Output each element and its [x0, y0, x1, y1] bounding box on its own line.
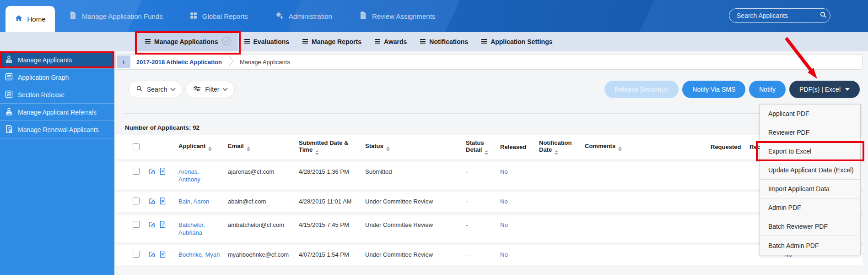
select-all-checkbox[interactable] [133, 143, 140, 150]
cell-requested [707, 192, 746, 203]
hamburger-icon [302, 38, 308, 45]
table-row: Boehnke, Myah myahboehnke@cf.com 4/07/20… [115, 245, 863, 265]
applicants-count: Number of Applicants: 92 [125, 124, 199, 131]
cell-status-detail: - [462, 162, 496, 181]
column-header-status[interactable]: Status [361, 140, 462, 154]
applicant-name-link[interactable]: Boehnke, Myah [178, 251, 220, 258]
secondary-item-application-settings[interactable]: Application Settings [474, 32, 559, 51]
edit-icon[interactable] [149, 198, 156, 206]
column-header-notification-date[interactable]: Notification Date [535, 137, 581, 158]
menu-item[interactable]: Admin PDF [760, 198, 860, 217]
cell-status: Under Committee Review [361, 215, 462, 234]
row-checkbox[interactable] [133, 251, 140, 258]
secondary-item-manage-applications[interactable]: Manage Applications [138, 32, 237, 51]
document-icon[interactable] [160, 221, 166, 230]
menu-item[interactable]: Reviewer PDF [760, 123, 860, 142]
cell-comments [581, 192, 707, 203]
breadcrumb-program[interactable]: 2017-2018 Athletic Application [136, 59, 222, 66]
breadcrumb-page: Manage Applicants [240, 59, 290, 66]
secondary-item-notifications[interactable]: Notifications [413, 32, 474, 51]
renewal-doc-icon [4, 124, 14, 135]
edit-icon[interactable] [149, 221, 156, 230]
breadcrumb: 2017-2018 Athletic Application Manage Ap… [115, 54, 863, 70]
column-header-comments[interactable]: Comments [581, 140, 707, 154]
column-header-released: Released [496, 141, 535, 153]
hamburger-icon [420, 38, 426, 45]
release-sections-button[interactable]: Release Section(s) [604, 81, 679, 98]
nav-item-review-assignments[interactable]: Review Assignments [359, 11, 435, 22]
released-link[interactable]: No [500, 221, 508, 228]
cell-status: Submitted [361, 162, 462, 181]
cell-email: ambatchelor@cf.com [224, 215, 295, 234]
document-icon[interactable] [160, 251, 166, 259]
secondary-item-awards[interactable]: Awards [368, 32, 413, 51]
released-link[interactable]: No [500, 251, 508, 258]
hamburger-icon [374, 38, 381, 45]
tab-home[interactable]: Home [5, 6, 55, 32]
column-header-submitted[interactable]: Submitted Date & Time [295, 137, 361, 158]
search-applicants-box[interactable] [729, 8, 830, 23]
caret-down-icon [845, 88, 850, 91]
table-body: Arenas, Anthony ajarenas@cf.com 4/28/201… [115, 162, 863, 265]
menu-item[interactable]: Applicant PDF [760, 104, 860, 123]
sort-icon [485, 150, 488, 155]
nav-item-administration[interactable]: Administration [275, 11, 332, 22]
secondary-item-manage-reports[interactable]: Manage Reports [296, 32, 368, 51]
search-button[interactable]: Search [128, 81, 183, 98]
sidebar-item-manage-renewal-applicants[interactable]: Manage Renewal Applicants [0, 121, 114, 138]
menu-item[interactable]: Update Applicant Data (Excel) [760, 161, 860, 180]
nav-item-global-reports[interactable]: Global Reports [189, 11, 248, 21]
edit-icon[interactable] [149, 251, 156, 259]
cell-requested [707, 215, 746, 226]
table-header: Applicant Email Submitted Date & Time St… [115, 135, 863, 159]
cell-email: myahboehnke@cf.com [224, 245, 295, 264]
menu-item[interactable]: Batch Reviewer PDF [760, 217, 860, 236]
applicant-name-link[interactable]: Batchelor, Aubriana [178, 221, 205, 236]
filter-button[interactable]: Filter [185, 81, 235, 98]
pdf-excel-button[interactable]: PDF(s) | Excel [789, 81, 860, 98]
cell-submitted: 4/28/2015 1:36 PM [295, 162, 361, 181]
cell-notification-date [535, 192, 581, 203]
cell-status-detail: - [462, 192, 496, 211]
nav-item-manage-application-funds[interactable]: Manage Application Funds [69, 11, 163, 22]
notify-button[interactable]: Notify [749, 81, 786, 98]
row-checkbox[interactable] [133, 221, 140, 228]
secondary-item-evaluations[interactable]: Evaluations [237, 32, 296, 51]
release-icon [4, 89, 14, 100]
menu-item[interactable]: Batch Admin PDF [760, 236, 860, 255]
applicant-name-link[interactable]: Bain, Aaron [178, 198, 209, 205]
row-checkbox[interactable] [133, 168, 140, 175]
cell-status-detail: - [462, 215, 496, 234]
menu-item[interactable]: Export to Excel [760, 142, 860, 161]
released-link[interactable]: No [500, 198, 508, 205]
sidebar-collapse-toggle[interactable]: ‹ [117, 55, 130, 68]
search-applicants-input[interactable] [737, 12, 819, 19]
sidebar-item-manage-applicant-referrals[interactable]: Manage Applicant Referrals [0, 104, 114, 121]
applicants-icon [4, 107, 14, 118]
sidebar-item-manage-applicants[interactable]: Manage Applicants [0, 51, 114, 69]
column-header-applicant[interactable]: Applicant [175, 140, 224, 154]
notify-via-sms-button[interactable]: Notify Via SMS [682, 81, 745, 98]
toolbar: Search Filter Release Section(s) Notify … [114, 80, 868, 99]
edit-icon[interactable] [149, 168, 156, 176]
applicant-name-link[interactable]: Arenas, Anthony [178, 168, 200, 183]
cell-email: ajarenas@cf.com [224, 162, 295, 181]
cell-submitted: 4/07/2015 1:54 PM [295, 245, 361, 264]
breadcrumb-separator-icon [228, 55, 233, 69]
main-content: 2017-2018 Athletic Application Manage Ap… [114, 51, 868, 275]
document-icon[interactable] [160, 198, 166, 206]
column-header-status-detail[interactable]: Status Detail [462, 137, 496, 158]
sidebar-item-application-graph[interactable]: Application Graph [0, 69, 114, 86]
column-header-requested: Requested [707, 141, 746, 153]
sidebar-item-section-release[interactable]: Section Release [0, 86, 114, 104]
search-icon [136, 85, 143, 94]
menu-item[interactable]: Import Applicant Data [760, 180, 860, 198]
column-header-email[interactable]: Email [224, 140, 295, 154]
cell-notification-date [535, 215, 581, 226]
applicants-icon [4, 55, 14, 66]
row-checkbox[interactable] [133, 198, 140, 204]
search-icon[interactable] [819, 11, 827, 21]
cell-notification-date [535, 245, 581, 256]
document-icon[interactable] [160, 168, 166, 176]
released-link[interactable]: No [500, 168, 508, 175]
